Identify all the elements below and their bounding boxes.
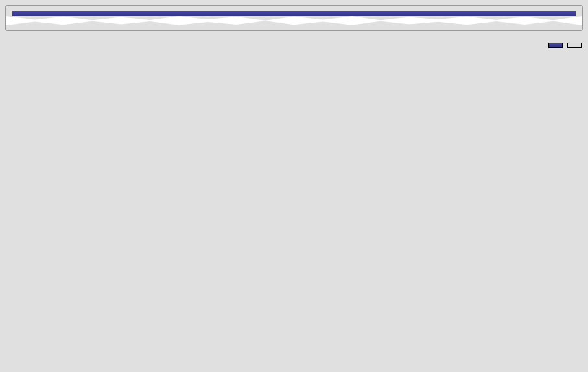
torn-edge-separator bbox=[6, 16, 582, 25]
kundvalidering-fieldset bbox=[5, 5, 583, 31]
button-row bbox=[5, 39, 583, 52]
save-button[interactable] bbox=[548, 43, 563, 48]
back-button[interactable] bbox=[567, 43, 582, 48]
